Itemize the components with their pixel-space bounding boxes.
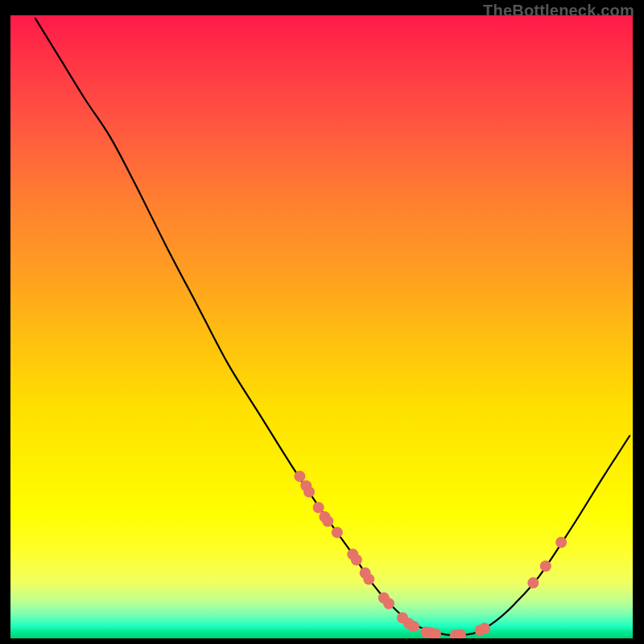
chart-area	[10, 15, 633, 638]
scatter-dot	[294, 471, 305, 482]
scatter-dot	[479, 623, 490, 634]
chart-svg	[10, 15, 633, 638]
curve-line	[35, 19, 630, 635]
scatter-dot	[351, 555, 362, 566]
scatter-dot	[527, 577, 539, 588]
scatter-dot	[540, 560, 551, 572]
scatter-dot	[363, 574, 374, 585]
scatter-dot	[303, 486, 315, 497]
scatter-dot	[332, 526, 343, 538]
scatter-points	[294, 471, 567, 638]
scatter-dot	[322, 516, 333, 527]
watermark-text: TheBottleneck.com	[483, 2, 634, 20]
scatter-dot	[555, 537, 567, 548]
scatter-dot	[313, 502, 324, 514]
scatter-dot	[383, 598, 394, 609]
scatter-dot	[408, 621, 419, 632]
